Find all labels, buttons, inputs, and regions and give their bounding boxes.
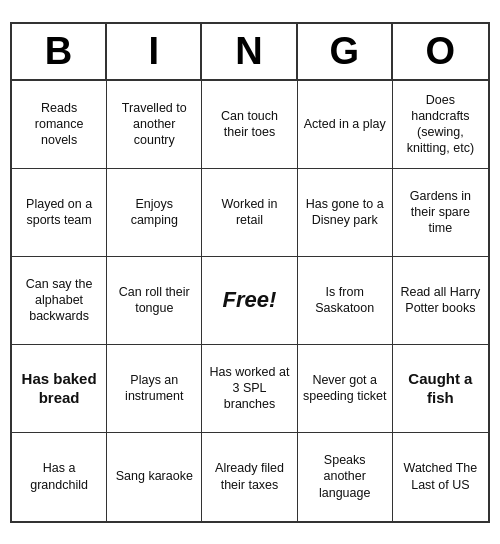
- bingo-cell-24[interactable]: Watched The Last of US: [393, 433, 488, 521]
- header-letter-b: B: [12, 24, 107, 79]
- header-letter-n: N: [202, 24, 297, 79]
- bingo-cell-2[interactable]: Can touch their toes: [202, 81, 297, 169]
- bingo-cell-19[interactable]: Caught a fish: [393, 345, 488, 433]
- bingo-cell-15[interactable]: Has baked bread: [12, 345, 107, 433]
- bingo-cell-12[interactable]: Free!: [202, 257, 297, 345]
- bingo-cell-3[interactable]: Acted in a play: [298, 81, 393, 169]
- bingo-cell-4[interactable]: Does handcrafts (sewing, knitting, etc): [393, 81, 488, 169]
- bingo-cell-20[interactable]: Has a grandchild: [12, 433, 107, 521]
- bingo-cell-1[interactable]: Travelled to another country: [107, 81, 202, 169]
- bingo-card: BINGO Reads romance novelsTravelled to a…: [10, 22, 490, 523]
- bingo-cell-23[interactable]: Speaks another language: [298, 433, 393, 521]
- bingo-cell-5[interactable]: Played on a sports team: [12, 169, 107, 257]
- bingo-cell-7[interactable]: Worked in retail: [202, 169, 297, 257]
- bingo-cell-16[interactable]: Plays an instrument: [107, 345, 202, 433]
- bingo-cell-9[interactable]: Gardens in their spare time: [393, 169, 488, 257]
- header-letter-g: G: [298, 24, 393, 79]
- bingo-cell-0[interactable]: Reads romance novels: [12, 81, 107, 169]
- bingo-grid: Reads romance novelsTravelled to another…: [12, 81, 488, 521]
- bingo-cell-6[interactable]: Enjoys camping: [107, 169, 202, 257]
- bingo-cell-22[interactable]: Already filed their taxes: [202, 433, 297, 521]
- bingo-cell-14[interactable]: Read all Harry Potter books: [393, 257, 488, 345]
- bingo-header: BINGO: [12, 24, 488, 81]
- bingo-cell-13[interactable]: Is from Saskatoon: [298, 257, 393, 345]
- header-letter-i: I: [107, 24, 202, 79]
- bingo-cell-8[interactable]: Has gone to a Disney park: [298, 169, 393, 257]
- bingo-cell-10[interactable]: Can say the alphabet backwards: [12, 257, 107, 345]
- header-letter-o: O: [393, 24, 488, 79]
- bingo-cell-21[interactable]: Sang karaoke: [107, 433, 202, 521]
- bingo-cell-18[interactable]: Never got a speeding ticket: [298, 345, 393, 433]
- bingo-cell-17[interactable]: Has worked at 3 SPL branches: [202, 345, 297, 433]
- bingo-cell-11[interactable]: Can roll their tongue: [107, 257, 202, 345]
